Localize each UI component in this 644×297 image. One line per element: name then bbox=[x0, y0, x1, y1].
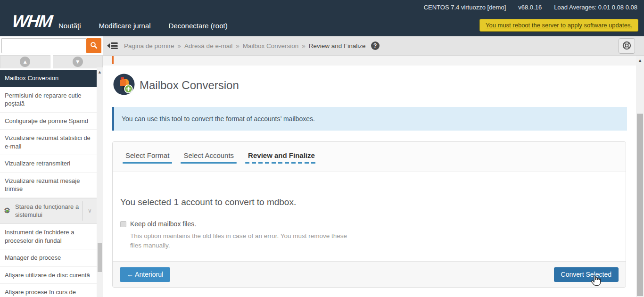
info-text: You can use this tool to convert the for… bbox=[122, 115, 315, 123]
gear-icon: ⚙ bbox=[4, 207, 10, 214]
info-callout: You can use this tool to convert the for… bbox=[112, 107, 627, 131]
selection-summary: You selected 1 account to convert to mdb… bbox=[120, 197, 618, 207]
nav-news-link[interactable]: Noutăţi bbox=[58, 22, 81, 30]
sidebar-scrollbar[interactable]: ▲ bbox=[97, 67, 103, 297]
collapse-sidebar-icon[interactable] bbox=[107, 42, 118, 49]
whm-version: v68.0.16 bbox=[518, 4, 542, 11]
main-scrollbar-thumb[interactable] bbox=[637, 114, 643, 296]
jump-up-button[interactable]: ▲ bbox=[0, 55, 50, 68]
support-button[interactable] bbox=[619, 38, 635, 54]
breadcrumb-mailbox-conversion[interactable]: Mailbox Conversion bbox=[243, 42, 299, 50]
convert-selected-button[interactable]: Convert Selected bbox=[554, 267, 619, 282]
page-title: Mailbox Conversion bbox=[140, 79, 239, 92]
sidebar-item-mailbox-permissions[interactable]: Permisiuni de reparare cutie poştală bbox=[0, 87, 97, 113]
chevron-down-icon[interactable]: ∨ bbox=[83, 201, 97, 221]
load-averages: Load Averages: 0.01 0.08 0.08 bbox=[554, 4, 637, 11]
previous-button[interactable]: ← Anteriorul bbox=[120, 267, 170, 282]
sidebar: ▲ ▼ Mailbox Conversion Permisiuni de rep… bbox=[0, 36, 103, 297]
top-nav: Noutăţi Modificare jurnal Deconectare (r… bbox=[58, 22, 228, 30]
tab-review-finalize[interactable]: Review and Finalize bbox=[247, 147, 316, 167]
lifebuoy-icon bbox=[622, 41, 632, 52]
sidebar-item-sent-summary[interactable]: Vizualizare rezumat mesaje trimise bbox=[0, 173, 97, 198]
nav-changelog-link[interactable]: Modificare jurnal bbox=[99, 22, 151, 30]
keep-old-files-checkbox[interactable] bbox=[120, 221, 126, 227]
whm-logo: WHM bbox=[11, 11, 53, 31]
page-title-row: Mailbox Conversion bbox=[113, 74, 239, 97]
sidebar-item-running-processes[interactable]: Afişare procese în curs de executare bbox=[0, 284, 97, 297]
help-icon[interactable]: ? bbox=[371, 41, 380, 50]
wizard-card: Select Format Select Accounts Review and… bbox=[112, 141, 626, 288]
search-input[interactable] bbox=[1, 38, 86, 53]
wizard-body: You selected 1 account to convert to mdb… bbox=[113, 172, 626, 250]
wizard-footer: ← Anteriorul Convert Selected bbox=[113, 261, 626, 287]
circle-down-icon: ▼ bbox=[73, 57, 83, 67]
sidebar-item-mail-statistics[interactable]: Vizualizare rezumat statistici de e-mail bbox=[0, 130, 97, 155]
sidebar-item-spamd-config[interactable]: Configuraţie de pornire Spamd bbox=[0, 113, 97, 130]
sidebar-nav-list: Mailbox Conversion Permisiuni de reparar… bbox=[0, 70, 97, 297]
reboot-warning-button[interactable]: You must reboot the server to apply soft… bbox=[479, 19, 638, 32]
breadcrumb-email[interactable]: Adresă de e-mail bbox=[184, 42, 232, 50]
breadcrumb: Pagina de pornire » Adresă de e-mail » M… bbox=[124, 41, 380, 50]
tab-select-accounts[interactable]: Select Accounts bbox=[182, 147, 235, 167]
search-icon bbox=[90, 41, 98, 50]
breadcrumb-separator: » bbox=[302, 42, 305, 50]
main-area: Pagina de pornire » Adresă de e-mail » M… bbox=[103, 36, 644, 297]
sidebar-item-relayers[interactable]: Vizualizare retransmiteri bbox=[0, 155, 97, 173]
sidebar-jump-buttons: ▲ ▼ bbox=[0, 55, 103, 68]
keep-old-files-row[interactable]: Keep old mailbox files. bbox=[120, 220, 618, 228]
breadcrumb-current: Review and Finalize bbox=[309, 42, 366, 50]
jump-down-button[interactable]: ▼ bbox=[53, 55, 103, 68]
sidebar-scrollbar-thumb[interactable] bbox=[98, 243, 102, 272]
main-scrollbar[interactable]: ▲ bbox=[636, 56, 644, 297]
keep-old-files-help: This option maintains the old files in c… bbox=[130, 231, 359, 250]
scrollbar-up-icon[interactable]: ▲ bbox=[636, 58, 644, 63]
circle-up-icon: ▲ bbox=[20, 57, 30, 67]
sidebar-item-kill-background-processes[interactable]: Instrument de închidere a proceselor din… bbox=[0, 224, 97, 249]
mailbox-conversion-icon bbox=[113, 74, 135, 97]
breadcrumb-separator: » bbox=[236, 42, 239, 50]
sidebar-item-process-manager[interactable]: Manager de procese bbox=[0, 249, 97, 267]
breadcrumb-separator: » bbox=[178, 42, 182, 50]
wizard-tabs: Select Format Select Accounts Review and… bbox=[113, 142, 626, 172]
notice-accent-bar bbox=[112, 56, 114, 64]
keep-old-files-label: Keep old mailbox files. bbox=[130, 220, 196, 228]
breadcrumb-bar: Pagina de pornire » Adresă de e-mail » M… bbox=[103, 36, 644, 56]
sidebar-item-disk-usage[interactable]: Afişare utilizare de disc curentă bbox=[0, 267, 97, 284]
notice-strip bbox=[103, 56, 644, 66]
search-button[interactable] bbox=[86, 38, 101, 53]
tab-select-format[interactable]: Select Format bbox=[124, 147, 170, 167]
sidebar-section-label: Starea de funcţionare a sistemului bbox=[14, 198, 83, 223]
server-name: CENTOS 7.4 virtuozzo [demo] bbox=[424, 4, 506, 11]
nav-logout-link[interactable]: Deconectare (root) bbox=[169, 22, 228, 30]
sidebar-item-mailbox-conversion[interactable]: Mailbox Conversion bbox=[0, 70, 97, 87]
scrollbar-up-icon[interactable]: ▲ bbox=[97, 70, 103, 74]
sidebar-search bbox=[0, 36, 103, 54]
sidebar-section-system-health[interactable]: ⚙ Starea de funcţionare a sistemului ∨ bbox=[0, 198, 97, 224]
top-header-bar: CENTOS 7.4 virtuozzo [demo] v68.0.16 Loa… bbox=[0, 0, 644, 36]
server-info-bar: CENTOS 7.4 virtuozzo [demo] v68.0.16 Loa… bbox=[424, 4, 637, 11]
breadcrumb-home[interactable]: Pagina de pornire bbox=[124, 42, 174, 50]
